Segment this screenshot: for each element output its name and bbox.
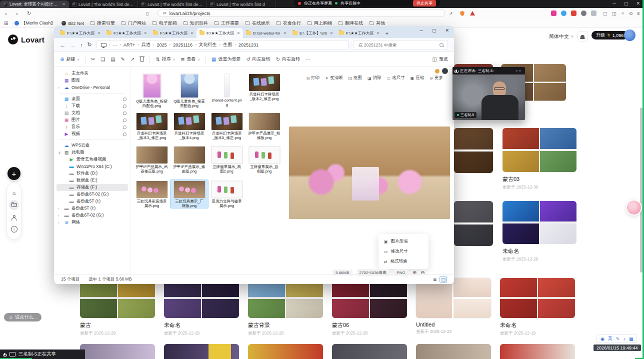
file-item[interactable]: 立牌徽章展示_自创版.png xyxy=(246,146,283,174)
sidebar-item-documents[interactable]: ▤文档 xyxy=(54,110,130,116)
sidebar-item-music[interactable]: ♪音乐 xyxy=(54,124,130,130)
breadcrumb-item[interactable]: 20251116 xyxy=(173,42,192,48)
set-background-button[interactable]: ▦设置为背景 xyxy=(212,56,240,62)
project-card[interactable]: 蒙古背景 更新于 2025-12-28 xyxy=(248,278,323,336)
sidebar-item-drive-c[interactable]: ▬Win11Pro X64 (C:) xyxy=(54,163,130,170)
sidebar-item-pictures[interactable]: ▣图片 xyxy=(54,116,130,124)
new-project-button[interactable]: + xyxy=(8,167,20,180)
explorer-tab[interactable]: D:\sd-webui-for✕ xyxy=(243,28,290,38)
project-thumb-clipped[interactable] xyxy=(80,344,155,359)
enhance-button[interactable]: ✦变清晰 xyxy=(325,75,342,81)
sort-button[interactable]: ⇅排序∨ xyxy=(156,56,175,62)
file-item[interactable]: 兵道科幻卡牌场景_版本5_修正.png xyxy=(208,112,246,140)
bookmark-item[interactable]: 【Merlin Clash】 xyxy=(14,20,55,26)
file-item[interactable]: 护甲IP产品展示_精修版.png xyxy=(246,112,283,140)
delete-icon[interactable] xyxy=(140,57,144,62)
ime-mode[interactable]: 英 xyxy=(608,336,612,342)
erase-button[interactable]: ◪消除 xyxy=(368,75,382,81)
maximize-icon[interactable]: ▢ xyxy=(432,28,436,33)
file-item[interactable]: 亚克力立牌与徽章展示.png xyxy=(208,180,246,208)
address-bar[interactable]: ⇄ lovart.ai/zh/projects xyxy=(158,9,445,17)
explorer-tab[interactable]: E:\【工作】\US✕ xyxy=(290,28,336,38)
profile-shield-icon[interactable]: ⊙ xyxy=(629,10,633,17)
extension-icon[interactable] xyxy=(591,10,596,16)
split-screen-icon[interactable]: ▢ xyxy=(603,10,608,17)
browser-tab[interactable]: Lovart: 全球首个AI设计智能体 ✕ xyxy=(0,0,69,8)
close-icon[interactable]: ✕ xyxy=(636,1,640,6)
notifications-button[interactable] xyxy=(577,31,588,42)
sidebar-item-drive-g[interactable]: ▬备份盘6T-02 (G:) xyxy=(54,191,130,198)
ime-keyboard-icon[interactable]: ▦ xyxy=(629,336,634,342)
sidebar-item-drive-i-root[interactable]: ›▬备份盘5T (I:) xyxy=(54,205,130,212)
tab-close-icon[interactable]: ✕ xyxy=(284,31,286,36)
file-item[interactable]: Q版儿童角色_粉紫白配色.png xyxy=(133,73,170,108)
details-view-icon[interactable]: ≣ xyxy=(433,277,437,282)
cut-icon[interactable]: ✂ xyxy=(91,56,95,62)
reload-icon[interactable]: ↻ xyxy=(27,10,31,17)
warning-extension-icon[interactable] xyxy=(470,11,475,16)
maximize-icon[interactable]: ▢ xyxy=(624,1,628,6)
adblock-shield-icon[interactable] xyxy=(460,11,464,16)
sidebar-item-drive-e[interactable]: ▬数据盘 (E:) xyxy=(54,177,130,184)
stop-sharing-button[interactable]: 停止共享 xyxy=(413,0,436,6)
new-button[interactable]: ⊕新建∨ xyxy=(60,56,80,62)
extension-icon[interactable] xyxy=(571,10,576,16)
back-icon[interactable]: ‹ xyxy=(5,10,7,17)
file-item-selected[interactable]: 三款玩具展示_厂牌版.png xyxy=(170,180,208,208)
sidebar-item-desktop[interactable]: ▦桌面 xyxy=(54,96,130,102)
collections-icon[interactable]: ◫ xyxy=(612,10,616,17)
breadcrumb-item[interactable]: ART+ xyxy=(124,42,135,48)
floating-assistant-button[interactable] xyxy=(626,200,642,216)
info-icon[interactable]: i xyxy=(9,224,19,234)
breadcrumb-item[interactable]: 生图 xyxy=(223,42,232,48)
sidebar-item-this-pc[interactable]: ∨▥此电脑 xyxy=(54,149,130,156)
extension-icon[interactable] xyxy=(561,10,566,16)
collapse-arrows-icon[interactable]: «» xyxy=(516,68,522,73)
project-thumb-clipped[interactable] xyxy=(500,344,575,359)
project-card[interactable]: 未命名 更新于 2025-12-29 xyxy=(502,201,576,262)
tab-close-icon[interactable]: ✕ xyxy=(330,31,333,36)
forward-icon[interactable]: → xyxy=(70,42,76,48)
explorer-tab-active[interactable]: F:\★★工作大区★✕ xyxy=(196,28,243,38)
rotate-left-button[interactable]: ↺向左旋转 xyxy=(246,56,270,62)
menu-item-convert[interactable]: ⇄格式转换 xyxy=(378,256,428,266)
sidebar-item-videos[interactable]: ▶视频 xyxy=(54,130,130,138)
explorer-search[interactable] xyxy=(353,40,448,50)
tab-close-icon[interactable]: ✕ xyxy=(98,31,100,36)
project-card[interactable]: 蒙古 更新于 2025-12-29 xyxy=(80,278,155,336)
profile-icon[interactable] xyxy=(9,212,19,222)
project-card[interactable]: 蒙古06 更新于 2025-12-28 xyxy=(332,278,407,336)
sidebar-item-drive-g-root[interactable]: ›▬备份盘6T-02 (G:) xyxy=(54,212,130,219)
browser-tab[interactable]: Lovart | The world's first design a xyxy=(138,0,207,8)
breadcrumb-item[interactable]: 文化衍生 xyxy=(199,42,217,48)
file-item[interactable]: 兵道科幻卡牌场景_版本3_修正.png xyxy=(133,112,170,140)
project-card[interactable]: Untitled 更新于 2025-12-23 xyxy=(416,278,491,335)
lovart-logo[interactable]: Lovart xyxy=(8,34,44,44)
project-thumb-clipped[interactable] xyxy=(332,344,407,359)
preview-image[interactable] xyxy=(289,126,450,219)
project-thumb-partial[interactable] xyxy=(454,128,493,173)
breadcrumb-item[interactable]: 兵道 xyxy=(142,42,150,48)
home-icon[interactable]: ⌂ xyxy=(9,188,19,198)
minimize-icon[interactable]: ─ xyxy=(420,28,423,33)
sidebar-item-wps-cloud[interactable]: ☁WPS云盘 xyxy=(54,142,130,149)
file-item[interactable]: shared-content.png xyxy=(208,73,246,108)
project-thumb-clipped[interactable] xyxy=(416,344,491,359)
ime-pen-icon[interactable]: ✎ xyxy=(616,336,620,342)
rename-icon[interactable]: ✎ xyxy=(121,56,125,62)
project-card[interactable]: 未命名 更新于 2025-12-29 xyxy=(164,278,239,336)
sidebar-item-iqiyi[interactable]: ▶爱奇艺热播视频 xyxy=(54,156,130,163)
explorer-tab[interactable]: F:\★★工作大区★✕ xyxy=(104,28,150,38)
share-icon[interactable]: ↗ xyxy=(449,10,453,17)
project-card[interactable]: 蒙古03 更新于 2025-12-30 xyxy=(502,128,576,190)
tab-close-icon[interactable]: ✕ xyxy=(62,2,66,6)
file-item[interactable]: 护甲IP产品展示_武器修正版.png xyxy=(133,146,170,174)
sidebar-item-downloads[interactable]: ↓下载 xyxy=(54,102,130,110)
file-item[interactable]: 兵道科幻卡牌场景_版本2_修正.png xyxy=(246,73,283,108)
tab-close-icon[interactable]: ✕ xyxy=(190,31,194,36)
resize-button[interactable]: ▭改尺寸 xyxy=(387,75,405,81)
project-thumb-partial[interactable] xyxy=(454,201,493,246)
more-button[interactable]: ⊖更多 xyxy=(430,75,443,81)
language-selector[interactable]: 简体中文 ∨ xyxy=(549,33,574,40)
sidebar-item-home[interactable]: ⌂主文件夹 xyxy=(54,70,130,77)
